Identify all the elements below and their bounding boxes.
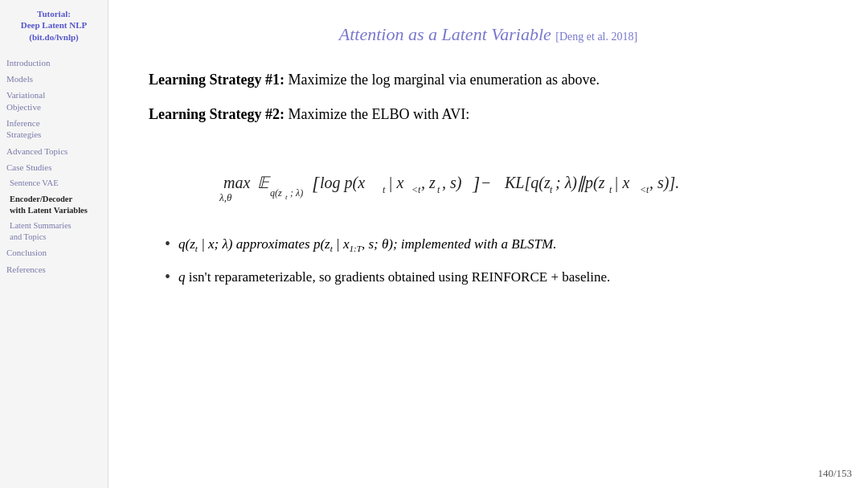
bullet-item-2: q isn't reparameterizable, so gradients …	[165, 267, 828, 288]
sidebar-item-conclusion[interactable]: Conclusion	[6, 247, 101, 258]
svg-text:<t: <t	[640, 184, 649, 195]
math-formula: max λ,θ 𝔼 q(z t ; λ) [ log p(x t | x <t …	[149, 154, 828, 215]
bullet-1-text: q(zt | x; λ) approximates p(zt | x1:T, s…	[178, 234, 556, 256]
svg-text:, s)].: , s)].	[649, 174, 679, 192]
svg-text:log p(x: log p(x	[320, 174, 365, 192]
sidebar-item-inference[interactable]: Inference Strategies	[6, 117, 101, 141]
sidebar-item-sentence-vae[interactable]: Sentence VAE	[6, 178, 101, 189]
sidebar-item-latent-summaries[interactable]: Latent Summaries and Topics	[6, 220, 101, 242]
svg-text:t: t	[550, 184, 553, 195]
slide-number: 140/153	[817, 467, 852, 480]
svg-text:q(z: q(z	[270, 187, 282, 199]
sidebar: Tutorial: Deep Latent NLP (bit.do/lvnlp)…	[0, 0, 108, 488]
sidebar-item-encoder-decoder[interactable]: Encoder/Decoder with Latent Variables	[6, 194, 101, 215]
sidebar-title: Tutorial: Deep Latent NLP (bit.do/lvnlp)	[6, 8, 101, 43]
main-content: Attention as a Latent Variable [Deng et …	[108, 0, 868, 488]
sidebar-item-advanced-topics[interactable]: Advanced Topics	[6, 146, 101, 157]
strategy-2-label: Learning Strategy #2:	[149, 106, 285, 122]
svg-text:]: ]	[472, 173, 480, 194]
bullet-item-1: q(zt | x; λ) approximates p(zt | x1:T, s…	[165, 234, 828, 256]
svg-text:−: −	[481, 174, 492, 191]
sidebar-item-references[interactable]: References	[6, 264, 101, 275]
slide-title-text: Attention as a Latent Variable	[339, 24, 551, 44]
slide-title-ref: [Deng et al. 2018]	[555, 31, 637, 43]
bullet-2-text: q isn't reparameterizable, so gradients …	[178, 267, 610, 288]
bullet-list: q(zt | x; λ) approximates p(zt | x1:T, s…	[149, 234, 828, 298]
svg-text:| x: | x	[614, 174, 629, 192]
svg-text:, s): , s)	[442, 174, 462, 192]
strategy-2: Learning Strategy #2: Maximize the ELBO …	[149, 104, 828, 125]
svg-text:t: t	[383, 184, 386, 195]
svg-text:KL[q(z: KL[q(z	[504, 174, 551, 192]
strategy-1-text: Maximize the log marginal via enumeratio…	[288, 72, 600, 88]
svg-text:t: t	[609, 184, 612, 195]
svg-text:, z: , z	[421, 174, 436, 191]
svg-text:p(z: p(z	[583, 174, 605, 192]
strategy-1-label: Learning Strategy #1:	[149, 72, 285, 88]
svg-text:max: max	[223, 174, 250, 191]
svg-text:; λ): ; λ)	[290, 187, 303, 199]
svg-text:𝔼: 𝔼	[257, 174, 271, 191]
sidebar-item-models[interactable]: Models	[6, 73, 101, 84]
slide-title: Attention as a Latent Variable [Deng et …	[149, 24, 828, 45]
strategy-1: Learning Strategy #1: Maximize the log m…	[149, 69, 828, 91]
sidebar-item-introduction[interactable]: Introduction	[6, 57, 101, 68]
svg-text:λ,θ: λ,θ	[219, 191, 232, 203]
strategy-2-text: Maximize the ELBO with AVI:	[288, 106, 469, 122]
svg-text:; λ): ; λ)	[555, 174, 577, 192]
svg-text:<t: <t	[411, 184, 421, 195]
svg-text:t: t	[285, 193, 288, 201]
svg-text:t: t	[437, 184, 440, 195]
sidebar-item-variational[interactable]: Variational Objective	[6, 89, 101, 113]
svg-text:| x: | x	[388, 174, 403, 192]
formula-svg: max λ,θ 𝔼 q(z t ; λ) [ log p(x t | x <t …	[215, 154, 762, 211]
sidebar-item-case-studies[interactable]: Case Studies	[6, 162, 101, 173]
